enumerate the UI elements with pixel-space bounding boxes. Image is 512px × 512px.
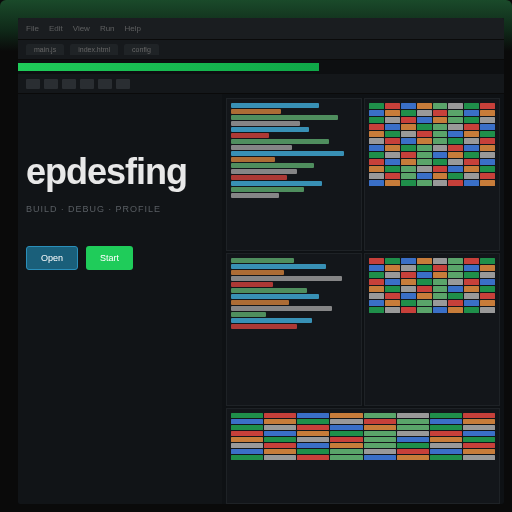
pixel-thumb: [397, 431, 429, 436]
pixel-thumb: [433, 173, 448, 179]
pixel-thumb: [463, 455, 495, 460]
pixel-thumb: [417, 131, 432, 137]
pixel-thumb: [330, 419, 362, 424]
pixel-thumb: [433, 117, 448, 123]
pixel-thumb: [369, 103, 384, 109]
pixel-thumb: [231, 449, 263, 454]
pixel-thumb: [433, 265, 448, 271]
pixel-thumb: [433, 272, 448, 278]
pixel-thumb: [385, 138, 400, 144]
tab-main[interactable]: main.js: [26, 44, 64, 55]
menu-file[interactable]: File: [26, 24, 39, 33]
pixel-thumb: [401, 117, 416, 123]
pixel-thumb: [369, 180, 384, 186]
code-panel-1[interactable]: [226, 98, 362, 251]
code-line: [231, 312, 266, 317]
pixel-thumb: [480, 124, 495, 130]
pixel-thumb: [417, 159, 432, 165]
pixel-thumb: [330, 413, 362, 418]
pixel-thumb: [448, 180, 463, 186]
tool-icon[interactable]: [62, 79, 76, 89]
code-line: [231, 324, 296, 329]
pixel-thumb: [364, 455, 396, 460]
tool-icon[interactable]: [44, 79, 58, 89]
code-line: [231, 193, 279, 198]
code-panel-2[interactable]: [226, 253, 362, 406]
menu-edit[interactable]: Edit: [49, 24, 63, 33]
pixel-thumb: [417, 300, 432, 306]
pixel-thumb: [401, 110, 416, 116]
pixel-thumb: [297, 449, 329, 454]
pixel-thumb: [464, 307, 479, 313]
pixel-thumb: [448, 173, 463, 179]
tool-icon[interactable]: [80, 79, 94, 89]
pixel-thumb: [401, 265, 416, 271]
pixel-thumb: [231, 455, 263, 460]
pixel-thumb: [433, 103, 448, 109]
pixel-thumb: [448, 272, 463, 278]
top-panel-row: [226, 98, 500, 251]
pixel-thumb: [480, 117, 495, 123]
pixel-thumb: [430, 449, 462, 454]
thumb-panel-1[interactable]: [364, 98, 500, 251]
pixel-thumb: [448, 110, 463, 116]
code-line: [231, 157, 275, 162]
code-line: [231, 300, 289, 305]
pixel-thumb: [463, 419, 495, 424]
code-line: [231, 163, 314, 168]
menu-view[interactable]: View: [73, 24, 90, 33]
tab-config[interactable]: config: [124, 44, 159, 55]
pixel-thumb: [369, 131, 384, 137]
pixel-thumb: [464, 293, 479, 299]
pixel-thumb: [385, 272, 400, 278]
pixel-thumb: [464, 159, 479, 165]
pixel-thumb: [397, 425, 429, 430]
monitor-frame: File Edit View Run Help main.js index.ht…: [0, 0, 512, 512]
thumb-panel-2[interactable]: [364, 253, 500, 406]
progress-fill: [18, 63, 319, 71]
pixel-thumb: [231, 437, 263, 442]
pixel-thumb: [480, 173, 495, 179]
tool-icon[interactable]: [116, 79, 130, 89]
pixel-thumb: [433, 131, 448, 137]
tool-icon[interactable]: [26, 79, 40, 89]
pixel-thumb: [297, 455, 329, 460]
pixel-thumb: [364, 431, 396, 436]
pixel-thumb: [401, 180, 416, 186]
pixel-thumb: [430, 431, 462, 436]
code-line: [231, 306, 332, 311]
pixel-thumb: [417, 293, 432, 299]
pixel-thumb: [430, 455, 462, 460]
pixel-thumb: [463, 449, 495, 454]
pixel-thumb: [385, 124, 400, 130]
pixel-thumb: [464, 300, 479, 306]
pixel-thumb: [464, 152, 479, 158]
pixel-thumb: [297, 419, 329, 424]
pixel-thumb: [369, 300, 384, 306]
pixel-thumb: [231, 425, 263, 430]
pixel-thumb: [397, 413, 429, 418]
pixel-thumb: [448, 258, 463, 264]
pixel-thumb: [464, 166, 479, 172]
pixel-thumb: [433, 145, 448, 151]
tool-icon[interactable]: [98, 79, 112, 89]
start-button[interactable]: Start: [86, 246, 133, 270]
pixel-thumb: [264, 419, 296, 424]
open-button[interactable]: Open: [26, 246, 78, 270]
tab-index[interactable]: index.html: [70, 44, 118, 55]
pixel-thumb: [417, 138, 432, 144]
cta-row: Open Start: [26, 246, 210, 270]
pixel-thumb: [369, 124, 384, 130]
pixel-thumb: [480, 110, 495, 116]
menu-help[interactable]: Help: [125, 24, 141, 33]
pixel-thumb: [401, 138, 416, 144]
code-line: [231, 139, 329, 144]
pixel-thumb: [369, 110, 384, 116]
pixel-thumb: [264, 431, 296, 436]
pixel-thumb: [385, 145, 400, 151]
bottom-panel[interactable]: [226, 408, 500, 504]
pixel-thumb: [401, 258, 416, 264]
pixel-thumb: [463, 425, 495, 430]
menu-run[interactable]: Run: [100, 24, 115, 33]
code-line: [231, 264, 325, 269]
